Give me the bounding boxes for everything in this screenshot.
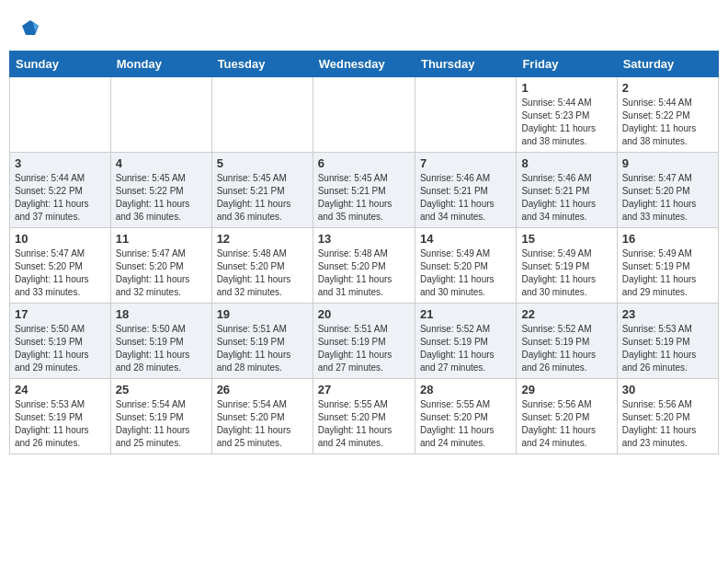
day-number: 22	[521, 307, 611, 321]
calendar-cell: 19Sunrise: 5:51 AM Sunset: 5:19 PM Dayli…	[211, 304, 313, 379]
day-number: 21	[420, 307, 511, 321]
logo	[18, 18, 40, 39]
calendar-cell: 14Sunrise: 5:49 AM Sunset: 5:20 PM Dayli…	[415, 228, 516, 304]
day-number: 17	[15, 307, 106, 321]
day-number: 9	[622, 156, 713, 170]
column-header-monday: Monday	[110, 52, 211, 77]
day-info: Sunrise: 5:48 AM Sunset: 5:20 PM Dayligh…	[318, 247, 410, 299]
calendar-week-row: 3Sunrise: 5:44 AM Sunset: 5:22 PM Daylig…	[10, 153, 719, 228]
day-info: Sunrise: 5:56 AM Sunset: 5:20 PM Dayligh…	[521, 398, 611, 450]
calendar-cell: 23Sunrise: 5:53 AM Sunset: 5:19 PM Dayli…	[617, 304, 718, 379]
day-info: Sunrise: 5:52 AM Sunset: 5:19 PM Dayligh…	[521, 323, 611, 374]
day-number: 30	[622, 383, 713, 396]
calendar-cell: 26Sunrise: 5:54 AM Sunset: 5:20 PM Dayli…	[211, 379, 313, 454]
day-number: 2	[622, 81, 713, 95]
day-info: Sunrise: 5:53 AM Sunset: 5:19 PM Dayligh…	[622, 323, 713, 374]
day-number: 3	[15, 156, 106, 170]
day-number: 19	[217, 307, 308, 321]
day-number: 25	[116, 383, 207, 396]
day-number: 15	[521, 232, 611, 246]
day-number: 12	[217, 232, 308, 246]
day-info: Sunrise: 5:46 AM Sunset: 5:21 PM Dayligh…	[420, 172, 511, 224]
day-info: Sunrise: 5:54 AM Sunset: 5:19 PM Dayligh…	[116, 398, 207, 450]
day-info: Sunrise: 5:47 AM Sunset: 5:20 PM Dayligh…	[15, 247, 106, 299]
day-info: Sunrise: 5:51 AM Sunset: 5:19 PM Dayligh…	[318, 323, 410, 374]
calendar-cell: 5Sunrise: 5:45 AM Sunset: 5:21 PM Daylig…	[211, 153, 313, 228]
logo-flag-icon	[20, 18, 40, 39]
calendar-header-row: SundayMondayTuesdayWednesdayThursdayFrid…	[10, 52, 719, 77]
day-info: Sunrise: 5:44 AM Sunset: 5:22 PM Dayligh…	[15, 172, 106, 224]
day-number: 24	[15, 383, 106, 396]
calendar-cell: 21Sunrise: 5:52 AM Sunset: 5:19 PM Dayli…	[415, 304, 516, 379]
calendar-cell: 20Sunrise: 5:51 AM Sunset: 5:19 PM Dayli…	[313, 304, 415, 379]
calendar-cell: 22Sunrise: 5:52 AM Sunset: 5:19 PM Dayli…	[517, 304, 617, 379]
calendar-week-row: 24Sunrise: 5:53 AM Sunset: 5:19 PM Dayli…	[10, 379, 719, 454]
calendar-cell: 18Sunrise: 5:50 AM Sunset: 5:19 PM Dayli…	[110, 304, 211, 379]
calendar-cell: 28Sunrise: 5:55 AM Sunset: 5:20 PM Dayli…	[415, 379, 516, 454]
day-info: Sunrise: 5:49 AM Sunset: 5:19 PM Dayligh…	[521, 247, 611, 299]
calendar-cell	[313, 77, 415, 153]
calendar-cell: 9Sunrise: 5:47 AM Sunset: 5:20 PM Daylig…	[617, 153, 718, 228]
calendar-cell: 3Sunrise: 5:44 AM Sunset: 5:22 PM Daylig…	[10, 153, 111, 228]
calendar-cell: 25Sunrise: 5:54 AM Sunset: 5:19 PM Dayli…	[110, 379, 211, 454]
day-info: Sunrise: 5:53 AM Sunset: 5:19 PM Dayligh…	[15, 398, 106, 450]
day-number: 18	[116, 307, 207, 321]
calendar-cell: 11Sunrise: 5:47 AM Sunset: 5:20 PM Dayli…	[110, 228, 211, 304]
calendar-week-row: 10Sunrise: 5:47 AM Sunset: 5:20 PM Dayli…	[10, 228, 719, 304]
calendar-cell: 30Sunrise: 5:56 AM Sunset: 5:20 PM Dayli…	[617, 379, 718, 454]
column-header-saturday: Saturday	[617, 52, 718, 77]
day-number: 1	[521, 81, 611, 95]
day-number: 10	[15, 232, 106, 246]
day-number: 20	[318, 307, 410, 321]
calendar-cell: 13Sunrise: 5:48 AM Sunset: 5:20 PM Dayli…	[313, 228, 415, 304]
column-header-sunday: Sunday	[10, 52, 111, 77]
calendar-cell: 24Sunrise: 5:53 AM Sunset: 5:19 PM Dayli…	[10, 379, 111, 454]
column-header-wednesday: Wednesday	[313, 52, 415, 77]
page-header	[9, 9, 719, 43]
day-info: Sunrise: 5:49 AM Sunset: 5:20 PM Dayligh…	[420, 247, 511, 299]
day-info: Sunrise: 5:46 AM Sunset: 5:21 PM Dayligh…	[521, 172, 611, 224]
day-number: 8	[521, 156, 611, 170]
day-number: 14	[420, 232, 511, 246]
calendar-cell: 8Sunrise: 5:46 AM Sunset: 5:21 PM Daylig…	[517, 153, 617, 228]
calendar-cell	[110, 77, 211, 153]
day-info: Sunrise: 5:45 AM Sunset: 5:22 PM Dayligh…	[116, 172, 207, 224]
column-header-thursday: Thursday	[415, 52, 516, 77]
day-number: 28	[420, 383, 511, 396]
day-number: 27	[318, 383, 410, 396]
day-info: Sunrise: 5:47 AM Sunset: 5:20 PM Dayligh…	[116, 247, 207, 299]
day-info: Sunrise: 5:54 AM Sunset: 5:20 PM Dayligh…	[217, 398, 308, 450]
day-number: 5	[217, 156, 308, 170]
calendar-cell	[415, 77, 516, 153]
day-info: Sunrise: 5:51 AM Sunset: 5:19 PM Dayligh…	[217, 323, 308, 374]
day-number: 16	[622, 232, 713, 246]
day-number: 23	[622, 307, 713, 321]
day-info: Sunrise: 5:45 AM Sunset: 5:21 PM Dayligh…	[318, 172, 410, 224]
calendar-cell: 6Sunrise: 5:45 AM Sunset: 5:21 PM Daylig…	[313, 153, 415, 228]
day-number: 6	[318, 156, 410, 170]
day-info: Sunrise: 5:52 AM Sunset: 5:19 PM Dayligh…	[420, 323, 511, 374]
day-number: 11	[116, 232, 207, 246]
day-number: 4	[116, 156, 207, 170]
calendar-cell: 2Sunrise: 5:44 AM Sunset: 5:22 PM Daylig…	[617, 77, 718, 153]
day-info: Sunrise: 5:56 AM Sunset: 5:20 PM Dayligh…	[622, 398, 713, 450]
calendar-cell: 12Sunrise: 5:48 AM Sunset: 5:20 PM Dayli…	[211, 228, 313, 304]
day-number: 29	[521, 383, 611, 396]
day-info: Sunrise: 5:44 AM Sunset: 5:22 PM Dayligh…	[622, 97, 713, 148]
calendar-cell: 29Sunrise: 5:56 AM Sunset: 5:20 PM Dayli…	[517, 379, 617, 454]
calendar-cell: 16Sunrise: 5:49 AM Sunset: 5:19 PM Dayli…	[617, 228, 718, 304]
calendar-cell: 1Sunrise: 5:44 AM Sunset: 5:23 PM Daylig…	[517, 77, 617, 153]
day-info: Sunrise: 5:50 AM Sunset: 5:19 PM Dayligh…	[116, 323, 207, 374]
day-info: Sunrise: 5:50 AM Sunset: 5:19 PM Dayligh…	[15, 323, 106, 374]
day-number: 13	[318, 232, 410, 246]
calendar-cell: 15Sunrise: 5:49 AM Sunset: 5:19 PM Dayli…	[517, 228, 617, 304]
calendar-table: SundayMondayTuesdayWednesdayThursdayFrid…	[9, 51, 719, 454]
day-info: Sunrise: 5:49 AM Sunset: 5:19 PM Dayligh…	[622, 247, 713, 299]
column-header-friday: Friday	[517, 52, 617, 77]
day-info: Sunrise: 5:44 AM Sunset: 5:23 PM Dayligh…	[521, 97, 611, 148]
calendar-cell: 10Sunrise: 5:47 AM Sunset: 5:20 PM Dayli…	[10, 228, 111, 304]
day-info: Sunrise: 5:45 AM Sunset: 5:21 PM Dayligh…	[217, 172, 308, 224]
calendar-cell: 7Sunrise: 5:46 AM Sunset: 5:21 PM Daylig…	[415, 153, 516, 228]
day-info: Sunrise: 5:47 AM Sunset: 5:20 PM Dayligh…	[622, 172, 713, 224]
day-info: Sunrise: 5:55 AM Sunset: 5:20 PM Dayligh…	[420, 398, 511, 450]
